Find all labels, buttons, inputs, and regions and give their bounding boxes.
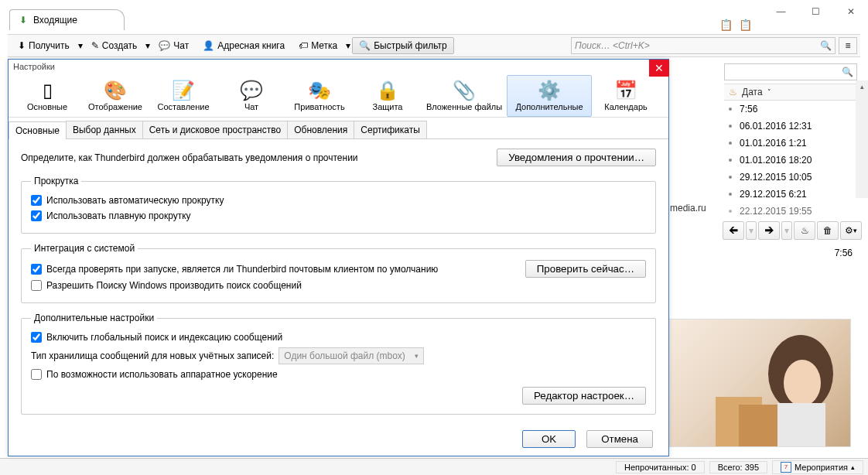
tab-inbox[interactable]: ⬇ Входящие	[9, 9, 125, 30]
close-window-button[interactable]: ✕	[833, 0, 868, 23]
global-search-checkbox[interactable]	[31, 332, 42, 343]
forward-dropdown[interactable]: ▾	[781, 221, 792, 240]
check-now-button[interactable]: Проверить сейчас…	[525, 260, 646, 278]
list-item[interactable]: 29.12.2015 10:05	[724, 169, 868, 186]
cat-chat[interactable]: 💬Чат	[217, 75, 285, 117]
list-item[interactable]: 22.12.2015 19:55	[724, 203, 868, 220]
search-input[interactable]: Поиск… <Ctrl+K> 🔍	[571, 37, 836, 54]
message-time: 7:56	[835, 248, 853, 258]
unread-dot	[729, 142, 732, 145]
message-nav-toolbar: 🡰 ▾ 🡲 ▾ ♨ 🗑 ⚙▾	[723, 221, 862, 240]
cat-attachments[interactable]: 📎Вложенные файлы	[422, 75, 507, 117]
list-item[interactable]: 01.01.2016 18:20	[724, 152, 868, 169]
column-header[interactable]: ♨ Дата ˅ ▦	[724, 84, 868, 101]
column-search[interactable]: 🔍	[724, 63, 857, 80]
window-controls: — ☐ ✕	[764, 0, 868, 23]
extra-legend: Дополнительные настройки	[31, 313, 157, 323]
dialog-title: Настройки	[9, 60, 668, 73]
scroll-legend: Прокрутка	[31, 176, 81, 186]
list-item[interactable]: 7:56	[724, 101, 868, 118]
junk-button[interactable]: ♨	[794, 221, 815, 240]
list-item[interactable]: 01.01.2016 1:21	[724, 135, 868, 152]
winsearch-checkbox[interactable]	[31, 280, 42, 291]
dialog-close-button[interactable]: ✕	[649, 60, 669, 77]
search-icon: 🔍	[842, 67, 853, 77]
unread-dot	[729, 125, 732, 128]
autoscroll-checkbox[interactable]	[31, 195, 42, 206]
quickfilter-button[interactable]: 🔍Быстрый фильтр	[352, 37, 453, 54]
svg-rect-4	[739, 405, 777, 447]
compose-icon: 📝	[152, 79, 215, 102]
column-title: Дата	[742, 87, 763, 97]
app-menu-button[interactable]: ≡	[839, 37, 857, 54]
forward-button[interactable]: 🡲	[758, 221, 780, 240]
default-client-checkbox[interactable]	[31, 264, 42, 275]
compose-dropdown[interactable]: ▾	[144, 40, 152, 51]
list-item[interactable]: 06.01.2016 12:31	[724, 118, 868, 135]
hw-accel-row[interactable]: По возможности использовать аппаратное у…	[31, 367, 646, 382]
attachment-preview	[668, 319, 851, 447]
mask-icon: 🎭	[288, 79, 351, 102]
scrollbar[interactable]: ▴	[856, 80, 868, 198]
more-button[interactable]: ⚙▾	[840, 221, 862, 240]
winsearch-row[interactable]: Разрешить Поиску Windows производить пои…	[31, 278, 646, 293]
cat-calendar[interactable]: 📅Календарь	[592, 75, 660, 117]
compose-button[interactable]: ✎Создать	[84, 37, 145, 54]
calendar-icon[interactable]: 📋	[719, 19, 733, 31]
dialog-footer: OK Отмена	[522, 430, 653, 448]
subtab-data[interactable]: Выбор данных	[66, 121, 143, 138]
cat-general[interactable]: ▯Основные	[13, 75, 81, 117]
smoothscroll-checkbox-row[interactable]: Использовать плавную прокрутку	[31, 208, 646, 224]
autoscroll-checkbox-row[interactable]: Использовать автоматическую прокрутку	[31, 193, 646, 208]
ok-button[interactable]: OK	[522, 430, 576, 448]
pencil-icon: ✎	[91, 40, 99, 51]
calendar-icon: 7	[781, 462, 791, 473]
store-type-select: Один большой файл (mbox)▾	[279, 347, 424, 364]
smoothscroll-checkbox[interactable]	[31, 210, 42, 221]
config-editor-button[interactable]: Редактор настроек…	[522, 387, 646, 405]
cat-advanced[interactable]: ⚙️Дополнительные	[507, 75, 592, 117]
chat-button[interactable]: 💬Чат	[152, 37, 196, 54]
subtab-certs[interactable]: Сертификаты	[354, 121, 427, 138]
tasks-icon[interactable]: 📋	[739, 19, 752, 31]
cancel-button[interactable]: Отмена	[586, 430, 653, 448]
system-legend: Интеграция с системой	[31, 243, 138, 254]
status-bar: Непрочитанных: 0 Всего: 395 7 Мероприяти…	[0, 458, 868, 475]
main-toolbar: ⬇Получить ▾ ✎Создать ▾ 💬Чат 👤Адресная кн…	[8, 34, 860, 57]
default-client-row[interactable]: Всегда проверять при запуске, является л…	[31, 261, 438, 277]
subtab-network[interactable]: Сеть и дисковое пространство	[142, 121, 288, 138]
global-search-row[interactable]: Включить глобальный поиск и индексацию с…	[31, 330, 646, 345]
receive-dropdown[interactable]: ▾	[77, 40, 84, 51]
scroll-up-button[interactable]: ▴	[856, 80, 868, 93]
back-button[interactable]: 🡰	[723, 221, 744, 240]
delete-button[interactable]: 🗑	[817, 221, 839, 240]
search-placeholder: Поиск… <Ctrl+K>	[575, 40, 650, 51]
cat-compose[interactable]: 📝Составление	[149, 75, 217, 117]
subtab-general[interactable]: Основные	[9, 121, 67, 139]
total-count: Всего: 395	[709, 461, 767, 473]
hw-accel-checkbox[interactable]	[31, 369, 42, 380]
cat-privacy[interactable]: 🎭Приватность	[285, 75, 354, 117]
maximize-button[interactable]: ☐	[798, 0, 833, 23]
minimize-button[interactable]: —	[764, 0, 798, 23]
page-icon: ▯	[15, 79, 79, 102]
dialog-body: Определите, как Thunderbird должен обраб…	[9, 139, 668, 424]
chat-icon: 💬	[159, 40, 170, 51]
list-item[interactable]: 29.12.2015 6:21	[724, 186, 868, 203]
cat-display[interactable]: 🎨Отображение	[81, 75, 149, 117]
addressbook-button[interactable]: 👤Адресная книга	[196, 37, 292, 54]
events-button[interactable]: 7 Мероприятия ▴	[772, 460, 863, 474]
back-dropdown[interactable]: ▾	[746, 221, 757, 240]
paperclip-icon: 📎	[424, 79, 504, 102]
sort-indicator: ˅	[767, 88, 775, 96]
inbox-icon: ⬇	[18, 15, 29, 26]
receive-button[interactable]: ⬇Получить	[11, 37, 77, 54]
svg-point-1	[784, 360, 821, 406]
cat-security[interactable]: 🔒Защита	[354, 75, 422, 117]
extra-fieldset: Дополнительные настройки Включить глобал…	[21, 313, 656, 415]
flame-icon: ♨	[801, 225, 809, 236]
subtab-updates[interactable]: Обновления	[287, 121, 354, 138]
tag-dropdown[interactable]: ▾	[344, 40, 352, 51]
tag-button[interactable]: 🏷Метка	[292, 37, 344, 54]
read-receipt-button[interactable]: Уведомления о прочтении…	[497, 149, 656, 166]
